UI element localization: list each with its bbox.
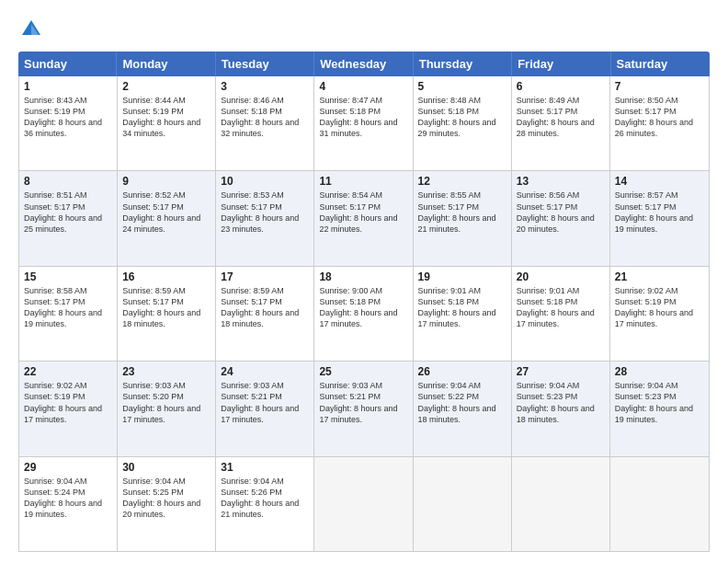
- day-number: 13: [517, 175, 605, 188]
- day-cell-25: 25Sunrise: 9:03 AMSunset: 5:21 PMDayligh…: [314, 362, 413, 455]
- day-number: 28: [615, 365, 704, 378]
- day-cell-6: 6Sunrise: 8:49 AMSunset: 5:17 PMDaylight…: [512, 76, 610, 170]
- cell-info: Sunrise: 9:04 AMSunset: 5:24 PMDaylight:…: [24, 477, 102, 519]
- page: SundayMondayTuesdayWednesdayThursdayFrid…: [0, 0, 728, 563]
- day-number: 2: [122, 80, 210, 93]
- empty-cell: [314, 457, 413, 551]
- day-cell-22: 22Sunrise: 9:02 AMSunset: 5:19 PMDayligh…: [19, 362, 118, 455]
- day-cell-15: 15Sunrise: 8:58 AMSunset: 5:17 PMDayligh…: [19, 267, 118, 361]
- day-number: 18: [319, 270, 407, 283]
- cell-info: Sunrise: 8:48 AMSunset: 5:18 PMDaylight:…: [418, 96, 496, 138]
- cell-info: Sunrise: 9:03 AMSunset: 5:20 PMDaylight:…: [122, 381, 200, 423]
- cell-info: Sunrise: 8:44 AMSunset: 5:19 PMDaylight:…: [122, 96, 200, 138]
- day-cell-5: 5Sunrise: 8:48 AMSunset: 5:18 PMDaylight…: [414, 76, 512, 170]
- day-number: 31: [221, 461, 309, 474]
- day-number: 1: [24, 80, 112, 93]
- day-cell-9: 9Sunrise: 8:52 AMSunset: 5:17 PMDaylight…: [118, 171, 216, 265]
- week-row-5: 29Sunrise: 9:04 AMSunset: 5:24 PMDayligh…: [19, 457, 709, 551]
- cell-info: Sunrise: 8:43 AMSunset: 5:19 PMDaylight:…: [24, 96, 102, 138]
- calendar-body: 1Sunrise: 8:43 AMSunset: 5:19 PMDaylight…: [18, 76, 710, 552]
- week-row-1: 1Sunrise: 8:43 AMSunset: 5:19 PMDaylight…: [19, 76, 709, 171]
- cell-info: Sunrise: 9:01 AMSunset: 5:18 PMDaylight:…: [517, 286, 595, 328]
- empty-cell: [512, 457, 610, 551]
- cell-info: Sunrise: 8:59 AMSunset: 5:17 PMDaylight:…: [122, 286, 200, 328]
- logo-icon: [18, 17, 44, 42]
- week-row-3: 15Sunrise: 8:58 AMSunset: 5:17 PMDayligh…: [19, 267, 709, 362]
- cell-info: Sunrise: 9:02 AMSunset: 5:19 PMDaylight:…: [615, 286, 693, 328]
- day-cell-24: 24Sunrise: 9:03 AMSunset: 5:21 PMDayligh…: [216, 362, 314, 455]
- day-number: 4: [319, 80, 407, 93]
- cell-info: Sunrise: 9:02 AMSunset: 5:19 PMDaylight:…: [24, 381, 102, 423]
- cell-info: Sunrise: 8:53 AMSunset: 5:17 PMDaylight:…: [221, 190, 299, 233]
- cell-info: Sunrise: 8:50 AMSunset: 5:17 PMDaylight:…: [615, 96, 693, 138]
- day-cell-23: 23Sunrise: 9:03 AMSunset: 5:20 PMDayligh…: [118, 362, 216, 455]
- day-cell-2: 2Sunrise: 8:44 AMSunset: 5:19 PMDaylight…: [118, 76, 216, 170]
- day-cell-4: 4Sunrise: 8:47 AMSunset: 5:18 PMDaylight…: [314, 76, 413, 170]
- empty-cell: [610, 457, 709, 551]
- day-cell-27: 27Sunrise: 9:04 AMSunset: 5:23 PMDayligh…: [512, 362, 610, 455]
- header-day-sunday: Sunday: [18, 52, 117, 76]
- cell-info: Sunrise: 8:59 AMSunset: 5:17 PMDaylight:…: [221, 286, 299, 328]
- day-cell-29: 29Sunrise: 9:04 AMSunset: 5:24 PMDayligh…: [19, 457, 118, 551]
- day-number: 24: [221, 365, 309, 378]
- day-number: 5: [418, 80, 506, 93]
- header-day-tuesday: Tuesday: [216, 52, 314, 76]
- day-cell-3: 3Sunrise: 8:46 AMSunset: 5:18 PMDaylight…: [216, 76, 314, 170]
- week-row-2: 8Sunrise: 8:51 AMSunset: 5:17 PMDaylight…: [19, 171, 709, 266]
- day-cell-16: 16Sunrise: 8:59 AMSunset: 5:17 PMDayligh…: [118, 267, 216, 361]
- header-day-thursday: Thursday: [414, 52, 512, 76]
- day-number: 22: [24, 365, 112, 378]
- day-cell-31: 31Sunrise: 9:04 AMSunset: 5:26 PMDayligh…: [216, 457, 314, 551]
- day-cell-26: 26Sunrise: 9:04 AMSunset: 5:22 PMDayligh…: [414, 362, 512, 455]
- day-number: 23: [122, 365, 210, 378]
- cell-info: Sunrise: 8:58 AMSunset: 5:17 PMDaylight:…: [24, 286, 102, 328]
- day-number: 14: [615, 175, 704, 188]
- day-number: 6: [517, 80, 605, 93]
- cell-info: Sunrise: 8:55 AMSunset: 5:17 PMDaylight:…: [418, 190, 496, 233]
- cell-info: Sunrise: 9:04 AMSunset: 5:22 PMDaylight:…: [418, 381, 496, 423]
- day-cell-1: 1Sunrise: 8:43 AMSunset: 5:19 PMDaylight…: [19, 76, 118, 170]
- day-number: 7: [615, 80, 704, 93]
- day-cell-18: 18Sunrise: 9:00 AMSunset: 5:18 PMDayligh…: [314, 267, 413, 361]
- day-cell-11: 11Sunrise: 8:54 AMSunset: 5:17 PMDayligh…: [314, 171, 413, 265]
- day-cell-8: 8Sunrise: 8:51 AMSunset: 5:17 PMDaylight…: [19, 171, 118, 265]
- cell-info: Sunrise: 8:49 AMSunset: 5:17 PMDaylight:…: [517, 96, 595, 138]
- cell-info: Sunrise: 9:00 AMSunset: 5:18 PMDaylight:…: [319, 286, 397, 328]
- header-day-saturday: Saturday: [611, 52, 710, 76]
- cell-info: Sunrise: 9:04 AMSunset: 5:23 PMDaylight:…: [517, 381, 595, 423]
- day-number: 21: [615, 270, 704, 283]
- header-day-wednesday: Wednesday: [314, 52, 413, 76]
- day-cell-7: 7Sunrise: 8:50 AMSunset: 5:17 PMDaylight…: [610, 76, 709, 170]
- empty-cell: [414, 457, 512, 551]
- day-cell-10: 10Sunrise: 8:53 AMSunset: 5:17 PMDayligh…: [216, 171, 314, 265]
- day-number: 26: [418, 365, 506, 378]
- day-cell-21: 21Sunrise: 9:02 AMSunset: 5:19 PMDayligh…: [610, 267, 709, 361]
- day-number: 8: [24, 175, 112, 188]
- day-number: 3: [221, 80, 309, 93]
- day-number: 19: [418, 270, 506, 283]
- header: [18, 17, 710, 42]
- day-number: 16: [122, 270, 210, 283]
- cell-info: Sunrise: 9:03 AMSunset: 5:21 PMDaylight:…: [319, 381, 397, 423]
- day-cell-20: 20Sunrise: 9:01 AMSunset: 5:18 PMDayligh…: [512, 267, 610, 361]
- day-number: 11: [319, 175, 407, 188]
- day-number: 9: [122, 175, 210, 188]
- logo: [18, 17, 48, 42]
- day-cell-12: 12Sunrise: 8:55 AMSunset: 5:17 PMDayligh…: [414, 171, 512, 265]
- day-cell-17: 17Sunrise: 8:59 AMSunset: 5:17 PMDayligh…: [216, 267, 314, 361]
- day-cell-14: 14Sunrise: 8:57 AMSunset: 5:17 PMDayligh…: [610, 171, 709, 265]
- calendar-header: SundayMondayTuesdayWednesdayThursdayFrid…: [18, 52, 710, 76]
- week-row-4: 22Sunrise: 9:02 AMSunset: 5:19 PMDayligh…: [19, 362, 709, 456]
- cell-info: Sunrise: 8:52 AMSunset: 5:17 PMDaylight:…: [122, 190, 200, 233]
- day-number: 30: [122, 461, 210, 474]
- day-cell-13: 13Sunrise: 8:56 AMSunset: 5:17 PMDayligh…: [512, 171, 610, 265]
- header-day-friday: Friday: [512, 52, 610, 76]
- day-cell-28: 28Sunrise: 9:04 AMSunset: 5:23 PMDayligh…: [610, 362, 709, 455]
- cell-info: Sunrise: 9:03 AMSunset: 5:21 PMDaylight:…: [221, 381, 299, 423]
- cell-info: Sunrise: 8:51 AMSunset: 5:17 PMDaylight:…: [24, 190, 102, 233]
- cell-info: Sunrise: 8:56 AMSunset: 5:17 PMDaylight:…: [517, 190, 595, 233]
- day-number: 10: [221, 175, 309, 188]
- cell-info: Sunrise: 8:47 AMSunset: 5:18 PMDaylight:…: [319, 96, 397, 138]
- header-day-monday: Monday: [117, 52, 215, 76]
- day-number: 20: [517, 270, 605, 283]
